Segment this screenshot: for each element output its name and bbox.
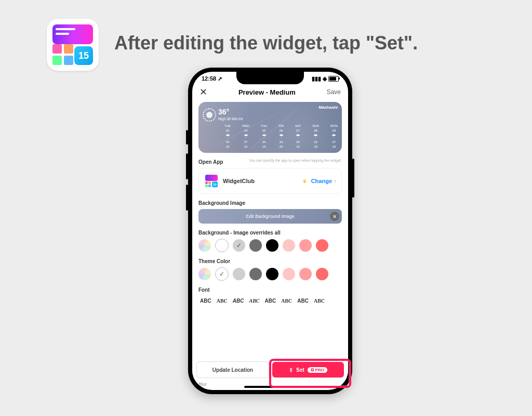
forecast-day: FRI26☂2320 — [278, 124, 284, 149]
color-swatch[interactable] — [215, 239, 229, 252]
update-location-button[interactable]: Update Location — [196, 361, 269, 378]
font-option[interactable]: ABC — [231, 296, 246, 306]
edit-bg-image-button[interactable]: Edit Background Image ✕ — [198, 209, 342, 224]
widgetclub-mini-icon: 15 — [204, 174, 219, 188]
color-swatch[interactable] — [249, 268, 262, 280]
widget-preview[interactable]: Machashi 36° High:36 Min:24 TUE23☂3419WE… — [198, 102, 342, 153]
font-option[interactable]: ABC — [280, 296, 294, 306]
clear-bg-image-button[interactable]: ✕ — [330, 212, 339, 221]
open-app-row[interactable]: 15 WidgetClub ♛ Change› — [198, 168, 342, 194]
bg-color-label: Background - Image overrides all — [198, 229, 342, 236]
forecast-day: WED24☂2719 — [242, 124, 249, 149]
chevron-right-icon: › — [334, 177, 336, 185]
color-swatch[interactable] — [233, 239, 245, 252]
forecast-day: TUE23☂3419 — [224, 124, 231, 149]
font-option[interactable]: ABC — [247, 296, 261, 306]
crown-icon: ♛ — [302, 178, 307, 184]
battery-icon — [328, 76, 339, 82]
wifi-icon: ◈ — [323, 75, 327, 82]
page-title: Preview - Medium — [238, 88, 296, 96]
home-indicator[interactable] — [244, 386, 296, 388]
weather-location: Machashi — [319, 105, 338, 110]
widgetclub-app-icon: 15 — [47, 19, 99, 71]
open-app-name: WidgetClub — [223, 178, 298, 184]
color-swatch[interactable] — [266, 268, 278, 280]
color-swatch[interactable] — [266, 239, 278, 252]
forecast-day: THU25☂2419 — [261, 124, 267, 149]
color-swatch[interactable] — [249, 239, 262, 252]
open-app-hint: You can specify the app to open when tap… — [227, 158, 342, 163]
forecast-day: SUN28☂2219 — [312, 124, 319, 149]
color-swatch[interactable] — [215, 267, 229, 281]
color-swatch[interactable] — [316, 268, 328, 280]
forecast-day: MON29☂2719 — [330, 124, 338, 149]
save-button[interactable]: Save — [327, 88, 341, 96]
color-swatch[interactable] — [299, 239, 312, 252]
theme-color-label: Theme Color — [198, 257, 342, 264]
pro-badge: ✪PRO — [308, 367, 327, 373]
palette-icon[interactable] — [198, 268, 211, 280]
phone-frame: 12:58 ➚ ▮▮▮ ◈ ✕ Preview - Medium Save Ma… — [188, 68, 352, 394]
app-icon-badge: 15 — [74, 46, 93, 65]
bg-image-label: Background Image — [198, 199, 342, 206]
font-label: Font — [198, 286, 342, 293]
font-option[interactable]: ABC — [296, 296, 310, 306]
set-button[interactable]: ⇪ Set ✪PRO — [272, 362, 344, 378]
blur-label: Blur — [198, 382, 207, 387]
font-option[interactable]: ABC — [198, 296, 213, 306]
palette-icon[interactable] — [198, 239, 211, 252]
color-swatch[interactable] — [316, 239, 328, 252]
forecast-day: SAT27☂2419 — [295, 124, 301, 149]
instruction-text: After editing the widget, tap "Set". — [114, 32, 418, 54]
color-swatch[interactable] — [299, 268, 312, 280]
change-app-button[interactable]: Change› — [311, 177, 336, 185]
font-option[interactable]: ABC — [312, 296, 326, 306]
signal-icon: ▮▮▮ — [312, 75, 321, 82]
color-swatch[interactable] — [233, 268, 245, 280]
color-swatch[interactable] — [283, 239, 295, 252]
close-button[interactable]: ✕ — [200, 86, 207, 98]
color-swatch[interactable] — [283, 268, 295, 280]
share-icon: ⇪ — [289, 367, 293, 373]
sun-icon — [203, 108, 216, 122]
font-option[interactable]: ABC — [215, 296, 229, 306]
open-app-label: Open App — [198, 158, 223, 165]
font-option[interactable]: ABC — [263, 296, 277, 306]
